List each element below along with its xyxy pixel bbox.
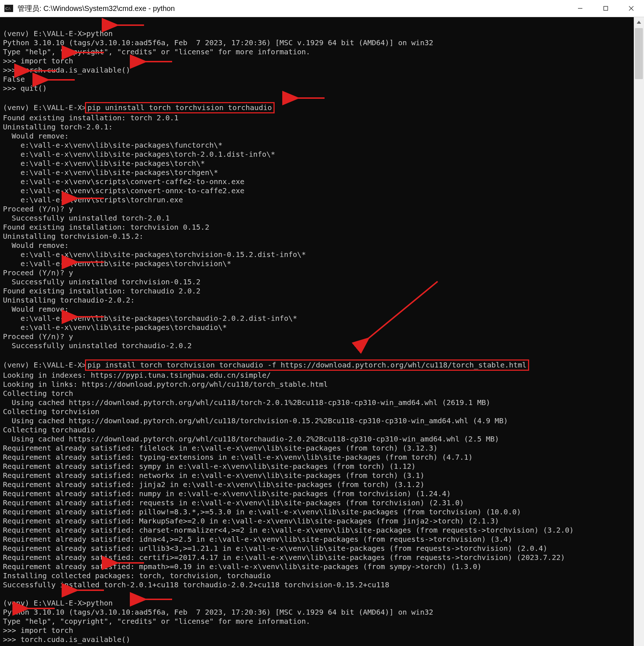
output-line: Using cached https://download.pytorch.or… — [3, 435, 634, 444]
blank-line — [3, 93, 634, 102]
output-line: Proceed (Y/n)? y — [3, 268, 634, 277]
prompt-line: (venv) E:\VALL-E-X>python — [3, 599, 634, 608]
output-line: Requirement already satisfied: sympy in … — [3, 462, 634, 471]
output-line: Requirement already satisfied: requests … — [3, 498, 634, 507]
prompt-line: (venv) E:\VALL-E-X>python — [3, 29, 634, 38]
repl-line: >>> import torch — [3, 626, 634, 635]
output-line: Using cached https://download.pytorch.or… — [3, 398, 634, 407]
output-line: e:\vall-e-x\venv\lib\site-packages\torch… — [3, 150, 634, 159]
blank-line — [3, 20, 634, 29]
output-line: Successfully uninstalled torchaudio-2.0.… — [3, 341, 634, 350]
output-line: Requirement already satisfied: charset-n… — [3, 526, 634, 535]
blank-line — [3, 350, 634, 359]
output-line: False — [3, 75, 634, 84]
output-line: e:\vall-e-x\venv\lib\site-packages\torch… — [3, 314, 634, 323]
output-line: Requirement already satisfied: MarkupSaf… — [3, 517, 634, 526]
output-line: e:\vall-e-x\venv\scripts\convert-onnx-to… — [3, 186, 634, 195]
repl-line: >>> torch.cuda.is_available() — [3, 635, 634, 644]
prompt-line: (venv) E:\VALL-E-X>pip uninstall torch t… — [3, 102, 634, 113]
output-line: Found existing installation: torch 2.0.1 — [3, 113, 634, 122]
output-line: Uninstalling torchaudio-2.0.2: — [3, 296, 634, 305]
output-line: Found existing installation: torchaudio … — [3, 287, 634, 296]
window-title: 管理员: C:\Windows\System32\cmd.exe - pytho… — [18, 4, 567, 13]
output-line: Requirement already satisfied: idna<4,>=… — [3, 535, 634, 544]
repl-line: >>> quit() — [3, 84, 634, 93]
output-line: Using cached https://download.pytorch.or… — [3, 416, 634, 425]
output-line: Python 3.10.10 (tags/v3.10.10:aad5f6a, F… — [3, 38, 634, 47]
output-line: Requirement already satisfied: typing-ex… — [3, 453, 634, 462]
output-line: Requirement already satisfied: urllib3<3… — [3, 544, 634, 553]
output-line: Uninstalling torch-2.0.1: — [3, 122, 634, 132]
output-line: Requirement already satisfied: certifi>=… — [3, 553, 634, 562]
output-line: Requirement already satisfied: networkx … — [3, 471, 634, 480]
output-line: Successfully installed torch-2.0.1+cu118… — [3, 580, 634, 589]
output-line: Requirement already satisfied: pillow!=8… — [3, 507, 634, 517]
output-line: Type "help", "copyright", "credits" or "… — [3, 617, 634, 626]
output-line: e:\vall-e-x\venv\lib\site-packages\torch… — [3, 168, 634, 177]
output-line: Successfully uninstalled torch-2.0.1 — [3, 214, 634, 223]
output-line: Would remove: — [3, 241, 634, 250]
output-line: Collecting torchvision — [3, 407, 634, 416]
output-line: Would remove: — [3, 132, 634, 141]
output-line: Looking in indexes: https://pypi.tuna.ts… — [3, 371, 634, 380]
output-line: Requirement already satisfied: filelock … — [3, 444, 634, 453]
maximize-button[interactable] — [593, 0, 618, 17]
vertical-scrollbar[interactable] — [634, 17, 644, 646]
prompt-line: (venv) E:\VALL-E-X>pip install torch tor… — [3, 359, 634, 371]
svg-rect-3 — [604, 7, 608, 11]
cmd-window: C:\ 管理员: C:\Windows\System32\cmd.exe - p… — [0, 0, 644, 646]
scrollbar-thumb[interactable] — [635, 28, 643, 79]
cmd-icon: C:\ — [4, 3, 14, 13]
svg-text:C:\: C:\ — [5, 6, 11, 11]
output-line: Requirement already satisfied: numpy in … — [3, 489, 634, 498]
scroll-up-button[interactable] — [634, 17, 644, 27]
titlebar[interactable]: C:\ 管理员: C:\Windows\System32\cmd.exe - p… — [0, 0, 644, 17]
terminal-output[interactable]: (venv) E:\VALL-E-X>pythonPython 3.10.10 … — [0, 17, 634, 646]
output-line: Proceed (Y/n)? y — [3, 332, 634, 341]
output-line: Python 3.10.10 (tags/v3.10.10:aad5f6a, F… — [3, 608, 634, 617]
repl-line: >>> import torch — [3, 57, 634, 66]
repl-line: >>> torch.cuda.is_available() — [3, 66, 634, 75]
output-line: e:\vall-e-x\venv\lib\site-packages\torch… — [3, 250, 634, 259]
window-controls — [567, 0, 644, 17]
output-line: e:\vall-e-x\venv\scripts\convert-caffe2-… — [3, 177, 634, 186]
output-line: Installing collected packages: torch, to… — [3, 571, 634, 580]
output-line: Successfully uninstalled torchvision-0.1… — [3, 277, 634, 287]
close-button[interactable] — [618, 0, 644, 17]
output-line: Uninstalling torchvision-0.15.2: — [3, 232, 634, 241]
output-line: Proceed (Y/n)? y — [3, 205, 634, 214]
output-line: Looking in links: https://download.pytor… — [3, 380, 634, 389]
output-line: Type "help", "copyright", "credits" or "… — [3, 47, 634, 57]
output-line: e:\vall-e-x\venv\scripts\torchrun.exe — [3, 195, 634, 205]
output-line: Requirement already satisfied: jinja2 in… — [3, 480, 634, 489]
output-line: e:\vall-e-x\venv\lib\site-packages\funct… — [3, 141, 634, 150]
output-line: Collecting torchaudio — [3, 425, 634, 435]
highlighted-command: pip install torch torchvision torchaudio… — [85, 359, 529, 371]
output-line: True — [3, 644, 634, 646]
output-line: Would remove: — [3, 305, 634, 314]
output-line: e:\vall-e-x\venv\lib\site-packages\torch… — [3, 159, 634, 168]
output-line: Collecting torch — [3, 389, 634, 398]
highlighted-command: pip uninstall torch torchvision torchaud… — [85, 102, 275, 113]
output-line: e:\vall-e-x\venv\lib\site-packages\torch… — [3, 259, 634, 268]
svg-marker-21 — [637, 21, 641, 24]
minimize-button[interactable] — [567, 0, 593, 17]
output-line: Found existing installation: torchvision… — [3, 223, 634, 232]
blank-line — [3, 589, 634, 599]
output-line: Requirement already satisfied: mpmath>=0… — [3, 562, 634, 571]
output-line: e:\vall-e-x\venv\lib\site-packages\torch… — [3, 323, 634, 332]
